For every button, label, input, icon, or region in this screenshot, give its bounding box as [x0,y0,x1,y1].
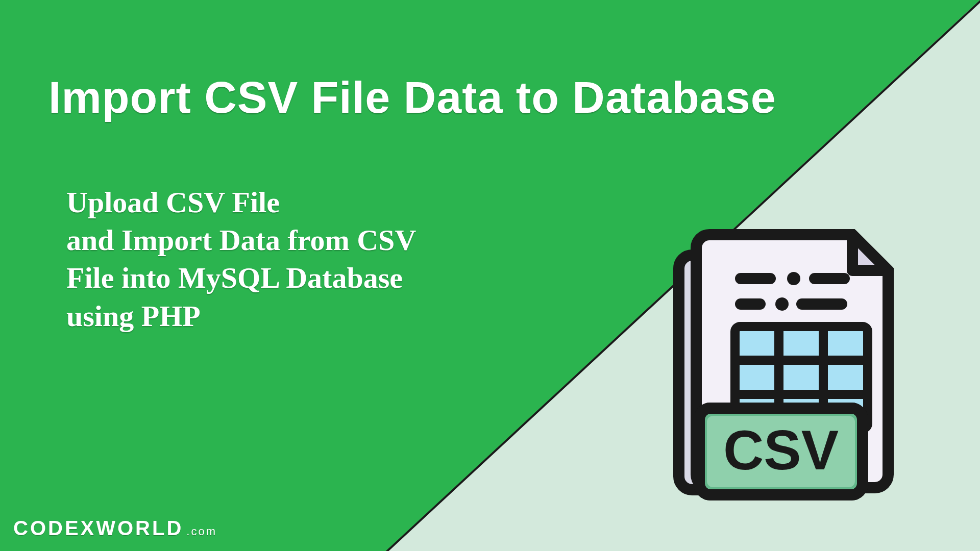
svg-rect-4 [735,298,766,310]
banner: Import CSV File Data to Database Upload … [0,0,980,551]
subtitle-line: File into MySQL Database [66,261,403,294]
subtitle-line: Upload CSV File [66,186,280,219]
site-logo: CODEXWORLD .com [13,517,217,540]
svg-point-2 [787,272,800,285]
page-subtitle: Upload CSV File and Import Data from CSV… [66,184,416,335]
page-title: Import CSV File Data to Database [48,71,776,123]
svg-rect-6 [796,298,847,310]
subtitle-line: and Import Data from CSV [66,223,416,257]
csv-file-icon: CSV [664,224,919,510]
svg-rect-3 [809,273,850,284]
logo-tld: .com [186,525,217,538]
logo-brand: CODEXWORLD [13,517,183,540]
svg-rect-1 [735,273,776,284]
subtitle-line: using PHP [66,299,201,333]
csv-badge-text: CSV [723,418,839,481]
svg-point-5 [775,297,789,311]
